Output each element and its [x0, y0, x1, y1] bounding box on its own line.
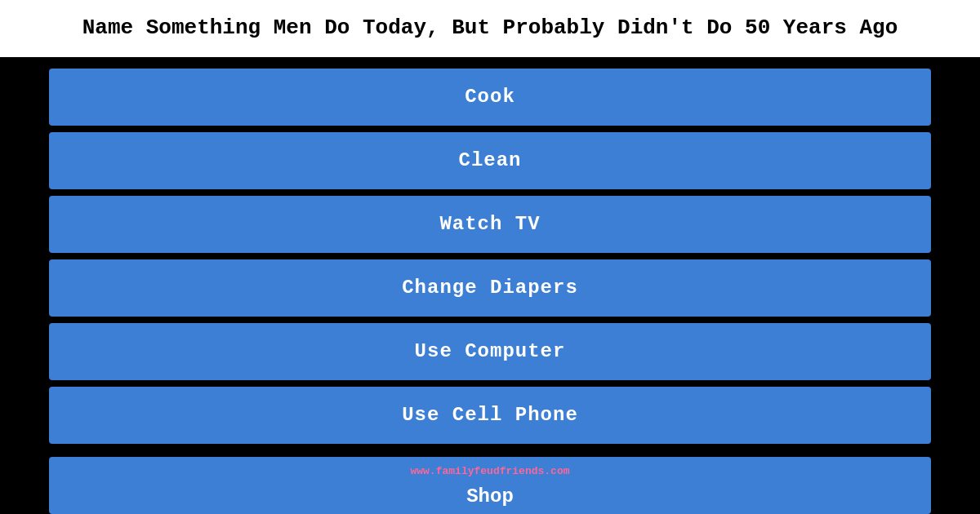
answer-row-4: Change Diapers [49, 259, 931, 317]
answer-row-6: Use Cell Phone [49, 387, 931, 444]
answer-text-3: Watch TV [439, 213, 540, 235]
answer-text-5: Use Computer [415, 340, 566, 362]
answer-row-3: Watch TV [49, 196, 931, 253]
page-container: Name Something Men Do Today, But Probabl… [0, 0, 980, 514]
answer-row-5: Use Computer [49, 323, 931, 380]
answer-text-4: Change Diapers [402, 277, 578, 299]
answer-text-6: Use Cell Phone [402, 404, 578, 426]
answer-text-1: Cook [465, 86, 515, 108]
answer-row-2: Clean [49, 132, 931, 189]
footer-url: www.familyfeudfriends.com [410, 465, 569, 477]
footer-row: www.familyfeudfriends.com Shop [49, 457, 931, 514]
answer-text-2: Clean [458, 149, 521, 171]
answer-row-1: Cook [49, 69, 931, 126]
question-title: Name Something Men Do Today, But Probabl… [33, 15, 947, 42]
footer-answer: Shop [466, 485, 514, 507]
answers-container: Cook Clean Watch TV Change Diapers Use C… [0, 62, 980, 450]
title-area: Name Something Men Do Today, But Probabl… [0, 0, 980, 57]
